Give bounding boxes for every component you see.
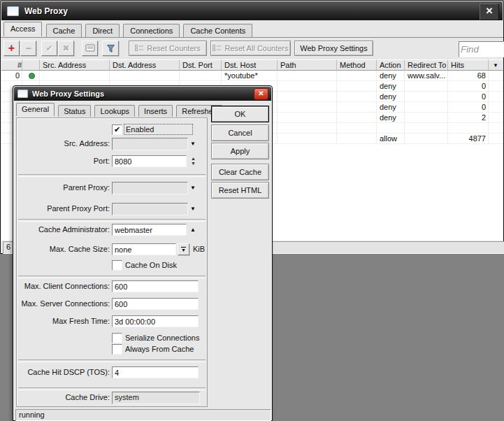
column-header-action[interactable]: Action <box>377 59 405 70</box>
table-cell-method <box>337 71 377 80</box>
filter-icon <box>106 44 115 53</box>
src-address-field[interactable] <box>112 138 188 150</box>
table-cell-hits: 0 <box>448 102 489 112</box>
port-spinner[interactable]: ▲▼ <box>189 156 197 167</box>
close-icon[interactable]: ✕ <box>480 3 499 20</box>
src-address-dropdown-icon[interactable]: ▼ <box>190 141 196 147</box>
table-cell-path <box>278 92 337 101</box>
max-cache-size-input[interactable] <box>112 243 176 255</box>
max-server-connections-input[interactable] <box>112 298 199 310</box>
max-cache-size-label: Max. Cache Size: <box>17 243 110 255</box>
tab-inserts[interactable]: Inserts <box>138 105 173 117</box>
cache-hit-dscp-input[interactable] <box>112 366 199 378</box>
disable-button[interactable]: ✖ <box>58 41 74 56</box>
column-header-redirect_to[interactable]: Redirect To <box>405 59 448 70</box>
column-header-dst_port[interactable]: Dst. Port <box>180 59 222 70</box>
tab-access[interactable]: Access <box>3 22 42 36</box>
table-cell-hits: 68 <box>448 71 489 80</box>
max-client-connections-input[interactable] <box>112 280 199 292</box>
filter-button[interactable] <box>102 41 119 56</box>
table-cell-action: allow <box>377 134 405 143</box>
cache-on-disk-checkbox[interactable] <box>112 260 122 271</box>
cache-administrator-up-icon[interactable]: ▲ <box>190 227 196 233</box>
column-header-path[interactable]: Path <box>278 59 337 70</box>
find-input[interactable] <box>459 41 504 57</box>
table-cell-method <box>337 92 377 101</box>
table-cell-dst_port <box>180 71 222 80</box>
add-button[interactable]: + <box>3 41 20 56</box>
table-cell-src_address <box>40 71 110 80</box>
droplist-arrow-icon: ▼ <box>181 248 186 252</box>
tab-status[interactable]: Status <box>58 105 91 117</box>
comment-icon <box>85 44 95 52</box>
max-cache-size-unit: KiB <box>193 243 205 255</box>
tab-direct[interactable]: Direct <box>85 24 120 37</box>
dialog-titlebar[interactable]: Web Proxy Settings ✕ <box>14 87 271 101</box>
reset-html-button[interactable]: Reset HTML <box>211 182 269 199</box>
cache-on-disk-label: Cache On Disk <box>125 260 177 270</box>
comment-button[interactable] <box>82 41 98 56</box>
table-cell-action: deny <box>377 102 405 112</box>
cancel-button[interactable]: Cancel <box>211 124 269 141</box>
apply-button[interactable]: Apply <box>211 143 269 159</box>
always-from-cache-checkbox[interactable] <box>112 344 122 355</box>
proxy-status: running <box>15 409 271 421</box>
reset-counters-label: Reset Counters <box>147 44 200 52</box>
window-titlebar[interactable]: Web Proxy ✕ <box>1 1 503 20</box>
table-cell-path <box>278 123 337 133</box>
column-header-method[interactable]: Method <box>337 59 377 70</box>
port-input[interactable] <box>112 155 187 167</box>
table-cell-redirect_to: www.salv... <box>405 71 448 80</box>
tab-connections[interactable]: Connections <box>123 24 180 37</box>
column-header-hits[interactable]: Hits <box>448 59 489 70</box>
cache-administrator-input[interactable] <box>112 224 187 236</box>
clear-cache-button[interactable]: Clear Cache <box>211 164 269 180</box>
column-header-icon[interactable] <box>22 59 40 70</box>
column-header-dst_address[interactable]: Dst. Address <box>110 59 180 70</box>
reset-counters-icon <box>135 45 143 52</box>
serialize-connections-checkbox[interactable] <box>112 333 122 343</box>
table-row[interactable]: 0*youtube*denywww.salv...68 <box>1 71 503 81</box>
table-cell-redirect_to <box>405 102 448 112</box>
ok-button[interactable]: OK <box>211 106 269 122</box>
parent-proxy-dropdown-icon[interactable]: ▼ <box>190 185 196 191</box>
column-header-num[interactable]: # <box>1 59 22 70</box>
table-cell-dst_host: *youtube* <box>222 71 278 80</box>
enabled-status-icon <box>29 73 35 79</box>
max-cache-size-droplist-button[interactable]: ▼ <box>178 243 189 255</box>
desktop: { "icons": { "close": "✕", "check": "✔",… <box>0 0 504 421</box>
remove-button[interactable]: − <box>20 41 36 56</box>
table-cell-action: deny <box>377 81 405 91</box>
max-fresh-time-input[interactable] <box>112 315 199 327</box>
tab-lookups[interactable]: Lookups <box>94 105 135 117</box>
table-cell-hits: 2 <box>448 113 489 122</box>
max-server-connections-label: Max. Server Connections: <box>17 298 110 310</box>
column-header-src_address[interactable]: Src. Address <box>40 59 110 70</box>
table-cell-hits <box>448 123 489 133</box>
column-header-dst_host[interactable]: Dst. Host <box>222 59 278 70</box>
column-menu-icon[interactable]: ▼ <box>489 59 503 70</box>
reset-all-counters-button[interactable]: Reset All Counters <box>210 41 291 56</box>
close-icon[interactable]: ✕ <box>254 88 268 100</box>
cache-drive-field[interactable]: system <box>112 392 200 404</box>
table-cell-redirect_to <box>405 81 448 91</box>
parent-proxy-port-dropdown-icon[interactable]: ▼ <box>190 206 196 212</box>
enabled-checkbox[interactable]: ✔ <box>112 124 122 135</box>
table-cell-hits: 0 <box>448 92 489 101</box>
table-cell-path <box>278 102 337 112</box>
separator <box>18 276 206 278</box>
always-from-cache-label: Always From Cache <box>125 344 194 354</box>
enable-button[interactable]: ✔ <box>41 41 57 56</box>
reset-counters-button[interactable]: Reset Counters <box>129 41 207 56</box>
parent-proxy-field[interactable] <box>112 182 188 194</box>
tab-cache-contents[interactable]: Cache Contents <box>183 24 252 37</box>
separator <box>18 174 206 177</box>
web-proxy-settings-button[interactable]: Web Proxy Settings <box>294 41 373 56</box>
tab-general[interactable]: General <box>16 103 55 116</box>
table-cell-path <box>278 134 337 143</box>
tab-cache[interactable]: Cache <box>46 24 82 37</box>
parent-proxy-port-label: Parent Proxy Port: <box>17 203 110 215</box>
table-cell-hits: 0 <box>448 81 489 91</box>
parent-proxy-port-field[interactable] <box>112 203 188 215</box>
cache-hit-dscp-label: Cache Hit DSCP (TOS): <box>17 366 110 378</box>
